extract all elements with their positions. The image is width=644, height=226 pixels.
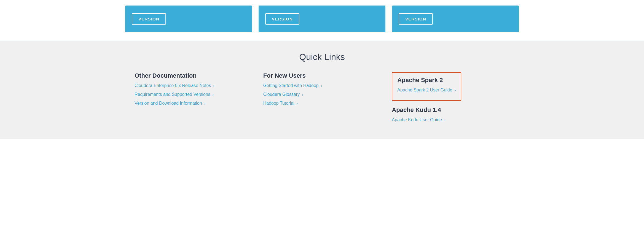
chevron-icon-4: › xyxy=(302,93,303,97)
apache-spark-section: Apache Spark 2 Apache Spark 2 User Guide… xyxy=(392,72,509,101)
link-glossary[interactable]: Cloudera Glossary › xyxy=(263,92,381,97)
quick-links-grid: Other Documentation Cloudera Enterprise … xyxy=(129,72,515,128)
new-users-column: For New Users Getting Started with Hadoo… xyxy=(258,72,387,128)
apache-spark-heading: Apache Spark 2 xyxy=(397,77,456,84)
version-button-2[interactable]: VERSION xyxy=(265,13,299,25)
chevron-icon-7: › xyxy=(444,118,445,122)
chevron-icon-2: › xyxy=(204,101,205,106)
chevron-icon-6: › xyxy=(455,88,456,92)
chevron-icon-1: › xyxy=(213,93,214,97)
apache-kudu-heading: Apache Kudu 1.4 xyxy=(392,106,509,114)
link-getting-started[interactable]: Getting Started with Hadoop › xyxy=(263,83,381,88)
chevron-icon-5: › xyxy=(297,101,298,106)
quick-links-section: Quick Links Other Documentation Cloudera… xyxy=(0,41,644,139)
new-users-heading: For New Users xyxy=(263,72,381,79)
version-button-3[interactable]: VERSION xyxy=(399,13,433,25)
version-card-2: VERSION xyxy=(259,6,385,32)
other-docs-heading: Other Documentation xyxy=(135,72,252,79)
link-version-download[interactable]: Version and Download Information › xyxy=(135,101,252,106)
apache-spark-column: Apache Spark 2 Apache Spark 2 User Guide… xyxy=(386,72,515,128)
version-card-1: VERSION xyxy=(125,6,252,32)
apache-spark-highlighted-box: Apache Spark 2 Apache Spark 2 User Guide… xyxy=(392,72,461,101)
link-requirements[interactable]: Requirements and Supported Versions › xyxy=(135,92,252,97)
chevron-icon-3: › xyxy=(321,84,322,88)
link-release-notes[interactable]: Cloudera Enterprise 6.x Release Notes › xyxy=(135,83,252,88)
link-hadoop-tutorial[interactable]: Hadoop Tutorial › xyxy=(263,101,381,106)
version-cards: VERSION VERSION VERSION xyxy=(17,6,627,32)
link-spark-user-guide[interactable]: Apache Spark 2 User Guide › xyxy=(397,88,456,93)
link-kudu-user-guide[interactable]: Apache Kudu User Guide › xyxy=(392,117,509,122)
quick-links-title: Quick Links xyxy=(17,52,627,62)
chevron-icon-0: › xyxy=(213,84,214,88)
apache-kudu-section: Apache Kudu 1.4 Apache Kudu User Guide › xyxy=(392,106,509,122)
other-docs-column: Other Documentation Cloudera Enterprise … xyxy=(129,72,258,128)
top-section: VERSION VERSION VERSION xyxy=(0,0,644,41)
version-button-1[interactable]: VERSION xyxy=(132,13,166,25)
version-card-3: VERSION xyxy=(392,6,519,32)
